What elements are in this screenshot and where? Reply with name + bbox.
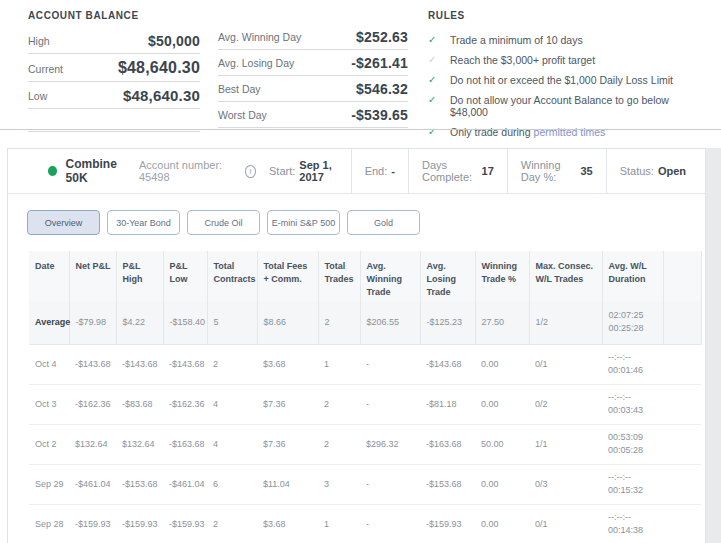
balance-row-high: High $50,000	[28, 28, 200, 54]
cell: 1	[318, 504, 360, 543]
cell: -$83.68	[116, 384, 163, 424]
stat-row-avg-losing-day: Avg. Losing Day -$261.41	[218, 50, 408, 76]
cell: $132.64	[116, 424, 163, 464]
cell: -$81.18	[420, 384, 475, 424]
rule-text: Trade a minimum of 10 days	[450, 34, 583, 46]
cell-date: Oct 3	[29, 384, 69, 424]
cell: $11.04	[257, 464, 318, 504]
instrument-tabs: Overview 30-Year Bond Crude Oil E-mini S…	[27, 210, 705, 235]
stat-label: Avg. Losing Day	[218, 57, 294, 71]
cell: -$159.93	[116, 504, 163, 543]
rules-section: RULES ✓ Trade a minimum of 10 days ✓ Rea…	[428, 10, 706, 146]
vertical-scrollbar[interactable]	[706, 148, 721, 543]
column-header: Avg. W/L Duration	[602, 251, 663, 301]
table-header-row: Date Net P&L P&L High P&L Low Total Cont…	[29, 251, 701, 301]
cell: 4	[207, 424, 257, 464]
stat-value: -$539.65	[351, 107, 408, 123]
cell-empty	[663, 464, 701, 504]
cell: -$159.93	[420, 504, 475, 543]
info-icon[interactable]: i	[245, 165, 256, 178]
cell: 0/3	[529, 464, 602, 504]
cell: 2	[318, 424, 360, 464]
cell: -	[360, 384, 420, 424]
meta-winning-day-pct: Winning Day %:35	[507, 149, 606, 193]
stat-value: $546.32	[356, 81, 408, 97]
cell: -	[360, 344, 420, 384]
balance-row-current: Current $48,640.30	[28, 54, 200, 82]
balance-row-low: Low $48,640.30	[28, 82, 200, 109]
cell: 2	[318, 384, 360, 424]
cell: $3.68	[257, 504, 318, 543]
cell-empty	[663, 384, 701, 424]
cell: -$159.93	[69, 504, 116, 543]
check-icon: ✓	[428, 74, 450, 86]
cell-duration: 02:07:2500:25:28	[602, 301, 663, 344]
section-divider	[0, 129, 721, 130]
cell: 2	[207, 344, 257, 384]
check-icon: ✓	[428, 126, 450, 138]
cell: 2	[207, 504, 257, 543]
rule-text: Only trade duringpermitted times	[450, 126, 605, 138]
combine-header-bar: Combine 50K Account number: 45498 i Star…	[8, 149, 705, 194]
meta-status: Status:Open	[606, 149, 699, 193]
column-header: P&L High	[116, 251, 163, 301]
column-header: Max. Consec. W/L Trades	[529, 251, 602, 301]
cell: -$143.68	[420, 344, 475, 384]
cell: -$461.04	[69, 464, 116, 504]
cell: -$159.93	[163, 504, 207, 543]
rule-item: ✓ Reach the $3,000+ profit target	[428, 54, 706, 66]
stat-label: Avg. Winning Day	[218, 31, 301, 45]
table-row-average: Average -$79.98 $4.22 -$158.40 5 $8.66 2…	[29, 301, 701, 344]
cell: -	[360, 504, 420, 543]
balance-value: $48,640.30	[123, 87, 200, 104]
cell-date: Oct 4	[29, 344, 69, 384]
permitted-times-link[interactable]: permitted times	[534, 126, 606, 138]
cell: -$143.68	[116, 344, 163, 384]
meta-end: End:-	[351, 149, 408, 193]
rule-item: ✓ Do not allow your Account Balance to g…	[428, 94, 706, 118]
stat-value: $252.63	[356, 29, 408, 45]
cell: -$153.68	[420, 464, 475, 504]
cell: 3	[318, 464, 360, 504]
trading-dashboard: ACCOUNT BALANCE High $50,000 Current $48…	[0, 0, 721, 543]
check-icon: ✓	[428, 34, 450, 46]
cell-duration: --:--:--00:15:32	[602, 464, 663, 504]
day-stats-section: Avg. Winning Day $252.63 Avg. Losing Day…	[218, 24, 408, 128]
cell: -$461.04	[163, 464, 207, 504]
tab-overview[interactable]: Overview	[27, 210, 100, 235]
rule-item: ✓ Only trade duringpermitted times	[428, 126, 706, 138]
meta-start: Start:Sep 1, 2017	[256, 149, 351, 193]
combine-meta: Start:Sep 1, 2017 End:- Days Complete:17…	[256, 149, 699, 193]
cell: $4.22	[116, 301, 163, 344]
cell: $206.55	[360, 301, 420, 344]
rule-item: ✓ Trade a minimum of 10 days	[428, 34, 706, 46]
meta-days-complete: Days Complete:17	[408, 149, 507, 193]
balance-label: High	[28, 35, 50, 49]
cell-date: Sep 28	[29, 504, 69, 543]
column-header: Total Contracts	[207, 251, 257, 301]
tab-30-year-bond[interactable]: 30-Year Bond	[107, 210, 180, 235]
cell: 5	[207, 301, 257, 344]
column-header-empty	[663, 251, 701, 301]
tab-crude-oil[interactable]: Crude Oil	[187, 210, 260, 235]
table-row: Oct 2 $132.64 $132.64 -$163.68 4 $7.36 2…	[29, 424, 701, 464]
cell: 4	[207, 384, 257, 424]
stat-label: Best Day	[218, 83, 261, 97]
cell: -$79.98	[69, 301, 116, 344]
cell-empty	[663, 504, 701, 543]
stat-row-worst-day: Worst Day -$539.65	[218, 102, 408, 128]
cell: 27.50	[475, 301, 529, 344]
cell: -$158.40	[163, 301, 207, 344]
cell: 0.00	[475, 464, 529, 504]
balance-label: Current	[28, 63, 63, 77]
balance-value: $48,640.30	[118, 59, 200, 77]
cell: -$143.68	[163, 344, 207, 384]
tab-emini-sp500[interactable]: E-mini S&P 500	[267, 210, 340, 235]
cell-empty	[663, 344, 701, 384]
cell: -$153.68	[116, 464, 163, 504]
rule-text: Do not hit or exceed the $1,000 Daily Lo…	[450, 74, 673, 86]
cell: -$163.68	[420, 424, 475, 464]
account-number: Account number: 45498	[139, 159, 239, 183]
account-balance-title: ACCOUNT BALANCE	[28, 10, 200, 21]
tab-gold[interactable]: Gold	[347, 210, 420, 235]
